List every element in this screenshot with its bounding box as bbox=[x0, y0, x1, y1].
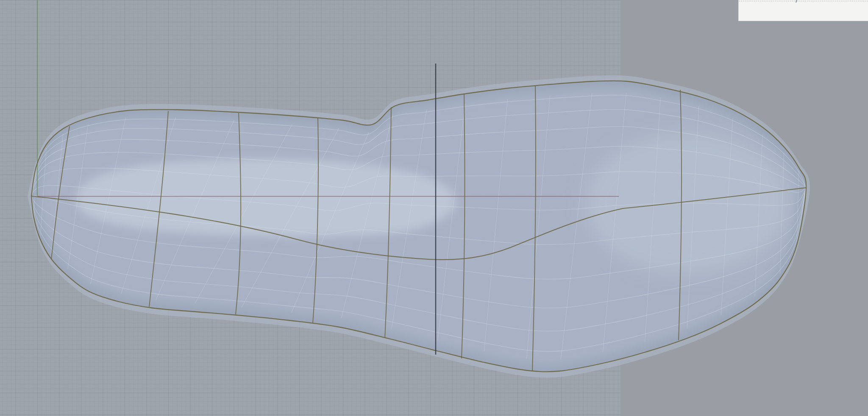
toe-highlight bbox=[585, 133, 788, 273]
floating-panel[interactable] bbox=[738, 0, 868, 21]
panel-top-divider bbox=[739, 1, 868, 1]
panel-tick-mark bbox=[796, 0, 797, 3]
cad-viewport bbox=[0, 0, 868, 416]
cad-canvas[interactable] bbox=[0, 0, 868, 416]
sole-center-highlight bbox=[75, 159, 456, 237]
